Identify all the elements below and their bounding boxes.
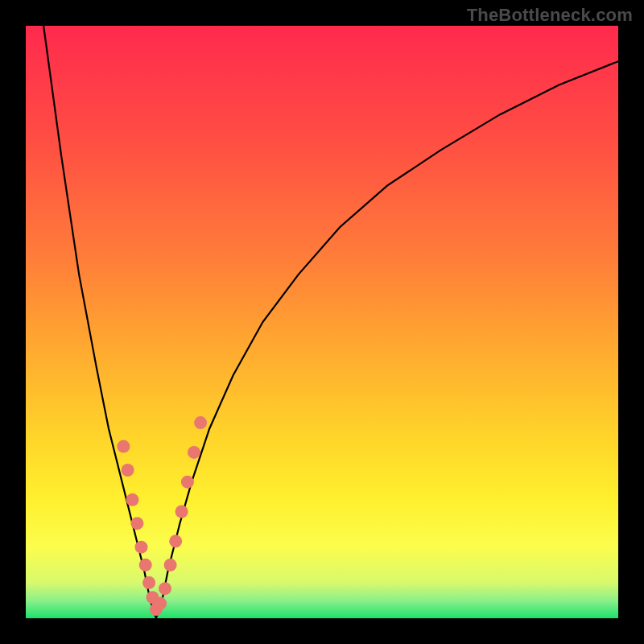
scatter-dot: [169, 535, 182, 547]
bottleneck-curve: [43, 26, 618, 618]
plot-area: [26, 26, 618, 618]
curve-layer: [26, 26, 618, 618]
scatter-dot: [117, 440, 130, 453]
scatter-dot: [164, 559, 177, 572]
chart-frame: TheBottleneck.com: [0, 0, 644, 644]
scatter-dot: [175, 506, 188, 518]
scatter-dot: [122, 464, 134, 477]
scatter-dot: [142, 576, 155, 589]
scatter-dot: [154, 597, 167, 610]
scatter-dot: [126, 493, 139, 506]
scatter-dot: [159, 582, 171, 595]
scatter-dot: [181, 476, 194, 489]
watermark-text: TheBottleneck.com: [467, 5, 633, 26]
scatter-dot: [135, 541, 148, 554]
scatter-dot: [139, 559, 152, 572]
scatter-dot: [194, 416, 207, 429]
scatter-dot: [188, 446, 200, 459]
scatter-dot: [130, 517, 143, 530]
